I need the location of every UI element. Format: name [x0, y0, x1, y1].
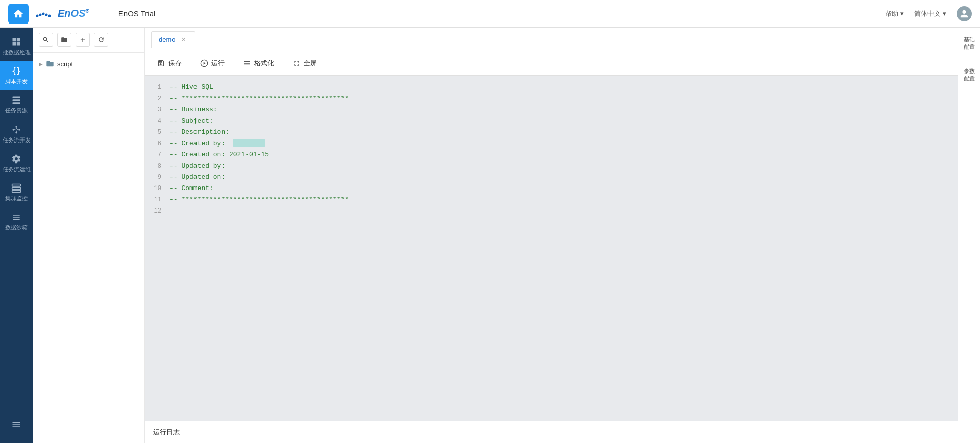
code-line: 6-- Created by: ████████ [145, 138, 958, 149]
save-button[interactable]: 保存 [153, 57, 186, 70]
sidebar-item-batch[interactable]: 批数据处理 [0, 32, 33, 61]
sidebar-toolbar [33, 28, 144, 53]
svg-point-1 [39, 13, 42, 16]
tree-toggle[interactable]: ▶ [39, 61, 43, 67]
enos-logo-text: EnOS® [58, 8, 89, 19]
help-button[interactable]: 帮助 ▾ [885, 9, 904, 18]
language-button[interactable]: 简体中文 ▾ [914, 9, 946, 18]
code-line: 4-- Subject: [145, 115, 958, 127]
code-line: 1-- Hive SQL [145, 82, 958, 93]
editor-toolbar: 保存 运行 格式化 全屏 [145, 51, 958, 76]
code-line: 8-- Updated by: [145, 160, 958, 172]
sidebar-item-task-flow[interactable]: 任务流开发 [0, 120, 33, 149]
header: EnOS® EnOS Trial 帮助 ▾ 简体中文 ▾ [0, 0, 980, 28]
search-button[interactable] [39, 33, 53, 47]
svg-point-4 [48, 14, 51, 17]
sidebar-item-sandbox[interactable]: 数据沙箱 [0, 207, 33, 236]
sidebar-item-task-resource[interactable]: 任务资源 [0, 90, 33, 119]
content-area: demo ✕ 保存 运行 格式化 全屏 1-- H [145, 28, 958, 443]
avatar[interactable] [957, 6, 972, 21]
code-line: 5-- Description: [145, 127, 958, 138]
code-line: 7-- Created on: 2021-01-15 [145, 149, 958, 160]
sidebar-item-script[interactable]: 脚本开发 [0, 61, 33, 90]
svg-rect-5 [13, 97, 20, 98]
run-log-bar: 运行日志 [145, 421, 958, 443]
svg-rect-17 [12, 187, 21, 189]
fullscreen-button[interactable]: 全屏 [288, 57, 321, 70]
svg-point-10 [18, 129, 20, 130]
tab-close-button[interactable]: ✕ [180, 36, 188, 44]
add-button[interactable] [76, 33, 90, 47]
header-title: EnOS Trial [118, 9, 156, 18]
code-line: 10-- Comment: [145, 183, 958, 194]
svg-point-11 [15, 132, 17, 133]
svg-rect-7 [13, 103, 20, 104]
nav-collapse-button[interactable] [6, 414, 27, 435]
code-line: 9-- Updated on: [145, 172, 958, 183]
basic-config-panel[interactable]: 基础 配置 [958, 28, 980, 59]
tab-demo[interactable]: demo ✕ [151, 31, 195, 48]
header-right: 帮助 ▾ 简体中文 ▾ [885, 6, 972, 21]
svg-point-0 [36, 14, 39, 17]
tab-bar: demo ✕ [145, 28, 958, 51]
enos-logo: EnOS® [35, 8, 89, 19]
main-container: 批数据处理 脚本开发 任务资源 任务流开发 任务流运维 集群监控 数据沙箱 [0, 28, 980, 443]
code-line: 2-- ************************************… [145, 93, 958, 104]
header-divider [104, 6, 104, 21]
svg-marker-20 [204, 62, 206, 64]
code-line: 11-- ***********************************… [145, 194, 958, 205]
refresh-button[interactable] [94, 33, 108, 47]
logo-area: EnOS® EnOS Trial [8, 4, 155, 24]
svg-point-3 [45, 13, 48, 16]
run-button[interactable]: 运行 [196, 57, 229, 70]
nav-bottom [6, 414, 27, 443]
svg-point-2 [42, 12, 45, 15]
svg-point-9 [15, 126, 17, 127]
sidebar: ▶ script [33, 28, 145, 443]
svg-rect-16 [12, 184, 21, 186]
sidebar-tree: ▶ script [33, 53, 144, 443]
home-button[interactable] [8, 4, 29, 24]
code-line: 3-- Business: [145, 104, 958, 115]
new-folder-button[interactable] [57, 33, 71, 47]
svg-rect-6 [13, 100, 20, 101]
sidebar-item-cluster[interactable]: 集群监控 [0, 178, 33, 207]
param-config-panel[interactable]: 参数 配置 [958, 59, 980, 91]
sidebar-item-task-ops[interactable]: 任务流运维 [0, 149, 33, 178]
format-button[interactable]: 格式化 [239, 57, 278, 70]
code-line: 12 [145, 205, 958, 217]
left-nav: 批数据处理 脚本开发 任务资源 任务流开发 任务流运维 集群监控 数据沙箱 [0, 28, 33, 443]
right-panel: 基础 配置 参数 配置 [958, 28, 980, 443]
svg-rect-18 [12, 190, 21, 192]
tree-item-script[interactable]: ▶ script [33, 57, 144, 71]
code-editor[interactable]: 1-- Hive SQL2-- ************************… [145, 76, 958, 421]
svg-point-8 [13, 129, 14, 130]
